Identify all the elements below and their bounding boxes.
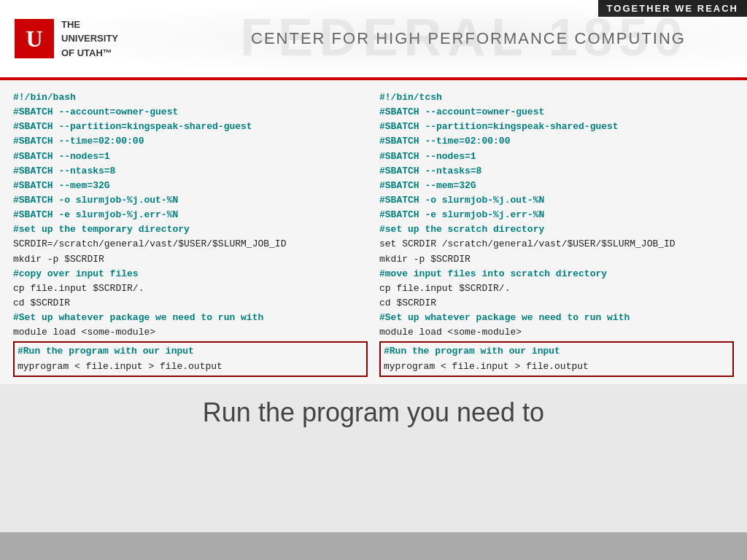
code-line: #SBATCH --account=owner-guest: [13, 105, 368, 120]
code-line: #SBATCH --nodes=1: [13, 149, 368, 164]
code-line: set SCRDIR /scratch/general/vast/$USER/$…: [379, 237, 734, 252]
code-line: SCRDIR=/scratch/general/vast/$USER/$SLUR…: [13, 237, 368, 252]
code-line: #!/bin/bash: [13, 90, 368, 105]
code-line: cd $SCRDIR: [379, 296, 734, 311]
code-line: #SBATCH --nodes=1: [379, 149, 734, 164]
code-line: #SBATCH --ntasks=8: [379, 164, 734, 179]
left-code-panel: #!/bin/bash#SBATCH --account=owner-guest…: [7, 88, 374, 380]
code-line: #SBATCH --mem=32G: [13, 179, 368, 193]
highlight-box: #Run the program with our inputmyprogram…: [13, 341, 368, 376]
highlight-code-line: myprogram < file.input > file.output: [384, 359, 729, 374]
code-line: #SBATCH --mem=32G: [379, 179, 734, 193]
bottom-bar: [0, 532, 747, 560]
code-line: cp file.input $SCRDIR/.: [13, 281, 368, 296]
code-line: #SBATCH -e slurmjob-%j.err-%N: [379, 208, 734, 222]
code-line: #SBATCH -o slurmjob-%j.out-%N: [379, 193, 734, 208]
university-name: THE UNIVERSITY OF UTAH™: [61, 18, 118, 61]
code-line: #SBATCH --partition=kingspeak-shared-gue…: [13, 120, 368, 134]
code-line: #copy over input files: [13, 267, 368, 281]
code-line: #SBATCH -o slurmjob-%j.out-%N: [13, 193, 368, 208]
code-line: #set up the scratch directory: [379, 222, 734, 237]
code-line: #SBATCH --time=02:00:00: [13, 134, 368, 149]
code-line: #Set up whatever package we need to run …: [379, 311, 734, 325]
code-line: module load <some-module>: [13, 325, 368, 340]
university-line3: OF UTAH™: [61, 46, 118, 61]
highlight-code-line: myprogram < file.input > file.output: [18, 359, 363, 374]
right-code-panel: #!/bin/tcsh#SBATCH --account=owner-guest…: [374, 88, 740, 380]
code-line: cd $SCRDIR: [13, 296, 368, 311]
code-line: #SBATCH --ntasks=8: [13, 164, 368, 179]
university-line1: THE: [61, 18, 118, 32]
code-line: #!/bin/tcsh: [379, 90, 734, 105]
logo-area: U THE UNIVERSITY OF UTAH™: [0, 10, 204, 68]
code-line: #SBATCH --partition=kingspeak-shared-gue…: [379, 120, 734, 134]
code-panels: #!/bin/bash#SBATCH --account=owner-guest…: [0, 80, 747, 384]
highlight-code-line: #Run the program with our input: [384, 344, 729, 359]
code-line: #Set up whatever package we need to run …: [13, 311, 368, 325]
uu-logo: U THE UNIVERSITY OF UTAH™: [15, 18, 118, 61]
header: TOGETHER WE REACH U THE UNIVERSITY OF UT…: [0, 0, 747, 80]
code-line: mkdir -p $SCRDIR: [379, 252, 734, 267]
code-line: #SBATCH --account=owner-guest: [379, 105, 734, 120]
center-title: CENTER FOR HIGH PERFORMANCE COMPUTING: [204, 29, 747, 48]
code-line: #SBATCH -e slurmjob-%j.err-%N: [13, 208, 368, 222]
highlight-code-line: #Run the program with our input: [18, 344, 363, 359]
code-line: #set up the temporary directory: [13, 222, 368, 237]
university-line2: UNIVERSITY: [61, 31, 118, 46]
code-line: cp file.input $SCRDIR/.: [379, 281, 734, 296]
highlight-box: #Run the program with our inputmyprogram…: [379, 341, 734, 376]
code-line: module load <some-module>: [379, 325, 734, 340]
code-line: #move input files into scratch directory: [379, 267, 734, 281]
bottom-text: Run the program you need to: [0, 384, 747, 435]
together-we-reach-banner: TOGETHER WE REACH: [598, 0, 747, 17]
code-line: #SBATCH --time=02:00:00: [379, 134, 734, 149]
code-line: mkdir -p $SCRDIR: [13, 252, 368, 267]
uu-block-icon: U: [15, 19, 54, 58]
